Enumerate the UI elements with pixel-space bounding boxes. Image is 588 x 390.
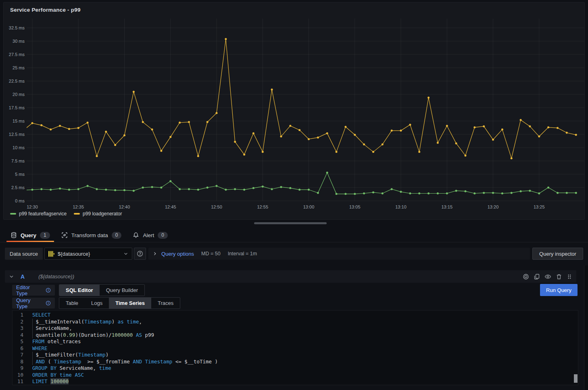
svg-text:13:05: 13:05 [349,204,361,209]
code-text: SELECT [32,312,50,319]
line-number: 11 [13,378,23,385]
svg-text:12:30: 12:30 [27,204,38,209]
copy-icon[interactable] [534,273,540,280]
editor-type-segments: SQL EditorQuery Builder [59,284,145,296]
svg-text:22.5 ms: 22.5 ms [9,79,25,83]
svg-text:13:10: 13:10 [395,204,407,209]
page-scrollbar-track[interactable] [584,265,588,390]
tab-query[interactable]: Query1 [5,228,56,242]
query-actions [523,273,572,280]
code-line: 3 ServiceName, [13,325,578,332]
query-options-md: MD = 50 [201,251,221,257]
chart-legend: p99 featureflagservicep99 loadgenerator [10,211,122,217]
svg-text:12:50: 12:50 [211,204,222,209]
query-type-time-series[interactable]: Time Series [109,298,151,309]
code-text: ServiceName, [32,325,72,332]
query-type-table[interactable]: Table [59,298,85,309]
editor-type-row: Editor Type SQL EditorQuery Builder [12,284,145,296]
legend-item-p99-featureflagservice[interactable]: p99 featureflagservice [10,211,67,217]
legend-item-p99-loadgenerator[interactable]: p99 loadgenerator [74,211,122,217]
query-type-logs[interactable]: Logs [85,298,109,309]
query-options-interval: Interval = 1m [228,251,257,257]
trash-icon[interactable] [556,273,562,280]
line-number: 9 [13,365,23,372]
panel-title: Service Performance - p99 [10,7,81,13]
record-circle-icon[interactable] [523,273,529,280]
line-number: 2 [13,319,23,325]
code-line: 9GROUP BY ServiceName, time [13,365,578,372]
line-number: 1 [13,312,23,319]
tab-count-badge: 1 [40,232,50,239]
svg-text:15 ms: 15 ms [13,119,25,123]
tab-label: Alert [143,232,154,238]
line-number: 7 [13,352,23,359]
svg-text:17.5 ms: 17.5 ms [9,105,25,110]
svg-text:32.5 ms: 32.5 ms [9,25,25,30]
svg-text:5 ms: 5 ms [15,172,25,177]
editor-scrollbar-thumb[interactable] [574,374,578,383]
svg-text:20 ms: 20 ms [13,92,25,97]
tab-label: Query [21,232,36,238]
timeseries-chart: 0 ms2.5 ms5 ms7.5 ms10 ms12.5 ms15 ms17.… [4,2,584,219]
query-type-segments: TableLogsTime SeriesTraces [59,297,180,309]
code-text: $__timeFilter(Timestamp) [32,352,108,359]
query-type-label: Query Type [12,298,55,309]
line-number: 8 [13,359,23,365]
line-number: 6 [13,345,23,352]
editor-type-query-builder[interactable]: Query Builder [100,285,144,296]
query-datasource-label: (${datasource}) [38,273,74,279]
svg-text:2.5 ms: 2.5 ms [11,185,25,190]
code-text: GROUP BY ServiceName, time [32,365,111,372]
sql-editor[interactable]: 1SELECT2 $__timeInterval(Timestamp) as t… [12,310,578,385]
code-text: WHERE [32,345,48,352]
svg-text:13:20: 13:20 [488,204,499,209]
code-line: 6WHERE [13,345,578,352]
run-query-button[interactable]: Run Query [540,284,578,296]
line-number: 10 [13,372,23,379]
svg-text:12:45: 12:45 [165,204,176,209]
datasource-row: Data source ${datasource} Query options … [5,248,583,260]
editor-type-sql-editor[interactable]: SQL Editor [59,285,100,296]
svg-text:12:55: 12:55 [257,204,268,209]
code-text: LIMIT 100000 [32,378,69,385]
query-type-traces[interactable]: Traces [151,298,180,309]
svg-text:0 ms: 0 ms [15,198,25,203]
svg-text:12:40: 12:40 [119,204,130,209]
code-text: ORDER BY time ASC [32,372,84,379]
editor-type-label: Editor Type [12,285,55,296]
question-circle-icon [137,250,143,257]
svg-text:13:25: 13:25 [534,204,545,209]
query-row-header[interactable]: A (${datasource}) [5,270,576,283]
svg-text:12:35: 12:35 [73,204,84,209]
horizontal-scrollbar-thumb[interactable] [254,222,327,224]
database-icon [10,232,17,238]
line-number: 5 [13,338,23,345]
query-options-label: Query options [161,251,194,257]
code-text: $__timeInterval(Timestamp) as time, [32,319,142,325]
query-ref-label: A [21,273,25,280]
sql-code: 1SELECT2 $__timeInterval(Timestamp) as t… [13,312,578,385]
chevron-right-icon [152,251,157,256]
code-line: 4 quantile(0.99)(Duration)/1000000 AS p9… [13,332,578,339]
chevron-down-icon[interactable] [9,274,14,279]
drag-handle-icon[interactable] [567,273,572,280]
code-line: 1SELECT [13,312,578,319]
code-line: 10ORDER BY time ASC [13,372,578,379]
transform-icon [61,232,68,238]
eye-icon[interactable] [544,273,551,280]
query-inspector-button[interactable]: Query inspector [532,248,583,260]
code-text: FROM otel_traces [32,338,81,345]
code-text: AND ( Timestamp >= $__fromTime AND Times… [32,359,218,365]
query-options-toggle[interactable]: Query options MD = 50 Interval = 1m [148,248,530,260]
tab-count-badge: 0 [112,232,122,239]
datasource-select[interactable]: ${datasource} [44,248,132,260]
bell-icon [133,232,139,238]
tab-alert[interactable]: Alert0 [127,228,173,242]
line-number: 3 [13,325,23,332]
datasource-help-button[interactable] [134,248,146,260]
chevron-down-icon [123,251,128,256]
code-line: 7 $__timeFilter(Timestamp) [13,352,578,359]
query-type-row: Query Type TableLogsTime SeriesTraces [12,297,180,309]
tab-transform-data[interactable]: Transform data0 [56,228,127,242]
datasource-value: ${datasource} [58,251,120,257]
